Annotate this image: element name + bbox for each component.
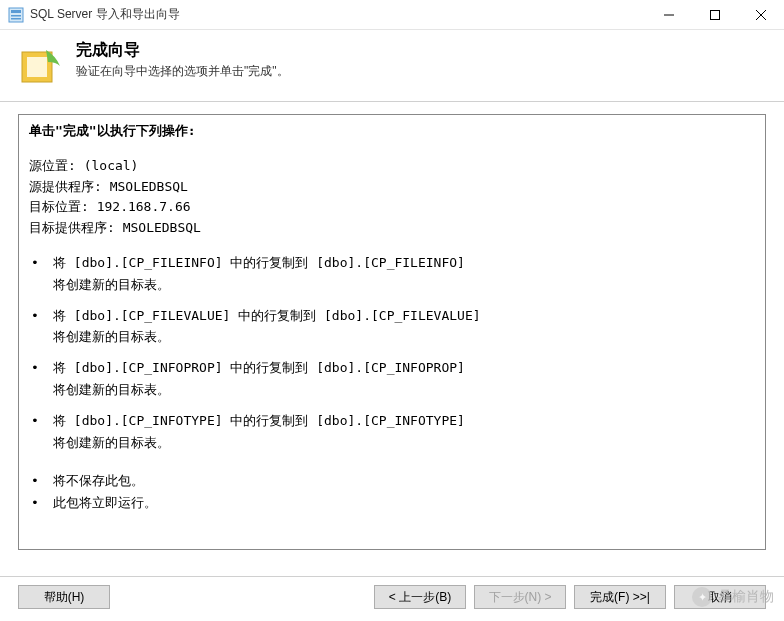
cancel-button[interactable]: 取消 xyxy=(674,585,766,609)
close-button[interactable] xyxy=(738,0,784,30)
tail-list: •将不保存此包。•此包将立即运行。 xyxy=(29,471,755,514)
operation-subtext: 将创建新的目标表。 xyxy=(53,327,755,348)
bullet-icon: • xyxy=(29,411,53,432)
page-title: 完成向导 xyxy=(76,40,289,61)
source-location-value: (local) xyxy=(84,158,139,173)
wizard-icon xyxy=(16,42,64,90)
operation-item: •将 [dbo].[CP_INFOPROP] 中的行复制到 [dbo].[CP_… xyxy=(29,358,755,379)
operation-text: 将 [dbo].[CP_FILEVALUE] 中的行复制到 [dbo].[CP_… xyxy=(53,306,755,327)
bullet-icon: • xyxy=(29,358,53,379)
wizard-footer: 帮助(H) < 上一步(B) 下一步(N) > 完成(F) >>| 取消 xyxy=(0,576,784,609)
tail-item: •此包将立即运行。 xyxy=(29,493,755,514)
source-provider-label: 源提供程序: xyxy=(29,179,102,194)
titlebar: SQL Server 导入和导出向导 xyxy=(0,0,784,30)
source-provider-value: MSOLEDBSQL xyxy=(110,179,188,194)
operation-text: 将 [dbo].[CP_FILEINFO] 中的行复制到 [dbo].[CP_F… xyxy=(53,253,755,274)
target-location-value: 192.168.7.66 xyxy=(97,199,191,214)
operation-text: 将 [dbo].[CP_INFOTYPE] 中的行复制到 [dbo].[CP_I… xyxy=(53,411,755,432)
svg-rect-3 xyxy=(11,18,21,20)
svg-rect-9 xyxy=(27,57,47,77)
bullet-icon: • xyxy=(29,493,53,514)
window-controls xyxy=(646,0,784,30)
target-provider-value: MSOLEDBSQL xyxy=(123,220,201,235)
maximize-button[interactable] xyxy=(692,0,738,30)
page-subtitle: 验证在向导中选择的选项并单击"完成"。 xyxy=(76,63,289,80)
bullet-icon: • xyxy=(29,471,53,492)
finish-button[interactable]: 完成(F) >>| xyxy=(574,585,666,609)
operation-subtext: 将创建新的目标表。 xyxy=(53,275,755,296)
svg-rect-5 xyxy=(711,10,720,19)
operation-item: •将 [dbo].[CP_FILEINFO] 中的行复制到 [dbo].[CP_… xyxy=(29,253,755,274)
help-button[interactable]: 帮助(H) xyxy=(18,585,110,609)
operations-list: •将 [dbo].[CP_FILEINFO] 中的行复制到 [dbo].[CP_… xyxy=(29,253,755,453)
svg-rect-2 xyxy=(11,15,21,17)
bullet-icon: • xyxy=(29,253,53,274)
summary-heading: 单击"完成"以执行下列操作: xyxy=(29,121,755,142)
target-provider-label: 目标提供程序: xyxy=(29,220,115,235)
svg-rect-1 xyxy=(11,10,21,13)
connection-meta: 源位置: (local) 源提供程序: MSOLEDBSQL 目标位置: 192… xyxy=(29,156,755,239)
operation-item: •将 [dbo].[CP_INFOTYPE] 中的行复制到 [dbo].[CP_… xyxy=(29,411,755,432)
app-icon xyxy=(8,7,24,23)
back-button[interactable]: < 上一步(B) xyxy=(374,585,466,609)
summary-panel: 单击"完成"以执行下列操作: 源位置: (local) 源提供程序: MSOLE… xyxy=(18,114,766,550)
source-location-label: 源位置: xyxy=(29,158,76,173)
next-button: 下一步(N) > xyxy=(474,585,566,609)
tail-text: 此包将立即运行。 xyxy=(53,493,755,514)
operation-subtext: 将创建新的目标表。 xyxy=(53,433,755,454)
operation-item: •将 [dbo].[CP_FILEVALUE] 中的行复制到 [dbo].[CP… xyxy=(29,306,755,327)
tail-text: 将不保存此包。 xyxy=(53,471,755,492)
minimize-button[interactable] xyxy=(646,0,692,30)
wizard-header: 完成向导 验证在向导中选择的选项并单击"完成"。 xyxy=(0,30,784,102)
tail-item: •将不保存此包。 xyxy=(29,471,755,492)
window-title: SQL Server 导入和导出向导 xyxy=(30,6,646,23)
operation-subtext: 将创建新的目标表。 xyxy=(53,380,755,401)
target-location-label: 目标位置: xyxy=(29,199,89,214)
bullet-icon: • xyxy=(29,306,53,327)
operation-text: 将 [dbo].[CP_INFOPROP] 中的行复制到 [dbo].[CP_I… xyxy=(53,358,755,379)
